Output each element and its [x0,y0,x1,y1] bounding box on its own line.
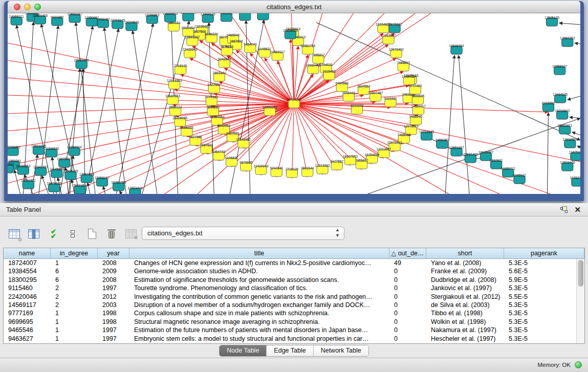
network-node[interactable]: 23226085 [172,116,187,126]
network-node[interactable]: 8454749 [212,150,226,160]
network-node[interactable]: 2803144 [301,166,314,177]
network-node[interactable]: 2036448 [342,91,356,101]
network-node[interactable]: 19079546 [124,20,139,31]
network-node[interactable]: 9860124 [167,21,181,31]
network-node[interactable]: 12923448 [560,161,575,171]
network-node[interactable]: 22420046 [182,48,197,58]
network-node[interactable]: 9699695 [206,105,220,116]
network-node[interactable]: 9146821 [258,47,271,57]
network-node[interactable]: 8186328 [205,32,218,42]
network-node[interactable]: 22420046 [253,164,268,174]
network-node[interactable]: 17016504 [562,138,577,148]
minimize-window-button[interactable] [24,4,31,10]
network-node[interactable]: 10653287 [449,146,464,156]
network-node[interactable]: 12213967 [381,34,396,44]
network-node[interactable]: 10543382 [185,35,200,46]
network-node[interactable]: 19519245 [163,13,178,22]
new-table-icon[interactable] [85,227,99,241]
scrollbar-thumb[interactable] [578,260,583,287]
network-node[interactable]: 9021960 [51,15,64,26]
row-height-icon[interactable] [66,227,80,241]
network-node[interactable]: 8427552 [208,83,221,93]
column-header-year[interactable]: year [98,248,129,258]
network-node[interactable]: 19384554 [402,75,417,85]
network-node[interactable]: 20691406 [33,14,48,24]
network-node[interactable]: 12923448 [127,186,142,194]
network-node[interactable]: 7485063 [397,61,410,71]
network-node[interactable]: 12444135 [553,93,568,103]
network-node[interactable]: 9245012 [238,13,252,20]
network-node[interactable]: 9675685 [221,45,234,55]
network-node[interactable]: 2867608 [200,143,213,154]
table-row[interactable]: 1456911722003Disruption of a novel membe… [4,301,576,309]
network-node[interactable]: 10719145 [419,130,434,140]
network-node[interactable]: 16107553 [165,94,180,104]
network-node[interactable]: 9242848 [351,104,364,114]
network-node[interactable]: 9146821 [225,156,238,166]
network-node[interactable]: 20691406 [463,152,478,163]
network-node[interactable]: 16782759 [570,176,580,186]
network-node[interactable]: 17957253 [79,172,94,183]
network-node[interactable]: 17359924 [67,145,81,156]
table-vertical-scrollbar[interactable] [576,259,584,343]
table-row[interactable]: 911546021997Tourette syndrome. Phenomeno… [4,284,576,292]
network-node[interactable]: 20053346 [74,58,89,69]
column-header-out_de[interactable]: △ out_de… [389,248,426,258]
tab-node-table[interactable]: Node Table [220,345,267,356]
select-rows-icon[interactable]: ✔✔ [46,227,60,241]
column-header-title[interactable]: title [129,248,389,258]
column-header-pagerank[interactable]: pagerank [504,248,584,258]
tab-network-table[interactable]: Network Table [314,345,368,356]
table-row[interactable]: 969969511998Structural magnetic resonanc… [4,318,576,326]
network-node[interactable]: 10719145 [110,18,125,29]
network-node[interactable]: 25266050 [181,13,195,21]
network-node[interactable]: 9777169 [205,95,218,105]
network-node[interactable]: 14569117 [270,50,285,60]
network-window-titlebar[interactable]: citations_edges.txt [8,1,580,13]
column-header-short[interactable]: short [426,248,504,258]
network-node[interactable]: 9242848 [218,57,231,68]
network-node[interactable]: 9699695 [411,94,425,104]
network-node[interactable]: 16961758 [300,44,315,54]
memory-status-indicator-icon[interactable] [575,361,582,368]
network-node[interactable]: 9021960 [8,163,14,173]
zoom-window-button[interactable] [34,4,41,10]
network-node[interactable]: 2803144 [213,71,226,81]
network-node[interactable]: 12444135 [201,13,215,23]
network-node[interactable]: 11156863 [145,13,160,24]
network-node[interactable]: 18300295 [263,105,277,116]
network-node[interactable]: 9466160 [97,17,110,28]
network-node[interactable]: 25266050 [8,145,20,156]
network-node[interactable]: 12342757 [33,165,48,176]
network-node[interactable]: 16782759 [111,181,126,191]
network-node[interactable]: 16958107 [552,64,567,75]
network-node[interactable]: 16958107 [95,176,110,186]
network-node[interactable]: 9675685 [239,161,253,171]
network-node[interactable]: 11156863 [16,164,31,174]
table-settings-icon[interactable]: ⚙ [7,227,21,241]
column-header-name[interactable]: name [4,248,51,258]
table-row[interactable]: 946554611997Estimation of the future num… [4,326,576,334]
network-node[interactable]: 11675324 [569,150,580,161]
show-columns-icon[interactable] [27,227,41,241]
network-node[interactable]: 10511332 [21,179,36,189]
network-node[interactable]: 16648784 [449,44,464,54]
network-node[interactable]: 10807487 [368,91,383,101]
network-node[interactable]: 14569117 [411,104,426,115]
network-node[interactable]: 5901951 [73,184,86,194]
column-header-in_degree[interactable]: in_degree [51,248,98,258]
network-node[interactable]: 6497568 [336,81,349,92]
network-node[interactable]: 20876682 [387,23,402,33]
tab-edge-table[interactable]: Edge Table [267,345,313,356]
network-node[interactable]: 24055721 [9,15,24,25]
network-node[interactable]: 7955812 [355,159,368,169]
network-node[interactable]: 12505135 [545,16,559,26]
network-node[interactable]: 9465546 [409,115,423,125]
network-node[interactable]: 10543382 [236,138,251,148]
table-row[interactable]: 2242004622012Investigating the contribut… [4,293,576,301]
network-node[interactable]: 9860124 [169,105,182,116]
network-node[interactable]: 10653287 [67,13,82,23]
network-node[interactable]: 2718126 [286,167,299,178]
network-node[interactable]: 18724007 [287,98,301,108]
network-node[interactable]: 19990448 [306,63,320,74]
